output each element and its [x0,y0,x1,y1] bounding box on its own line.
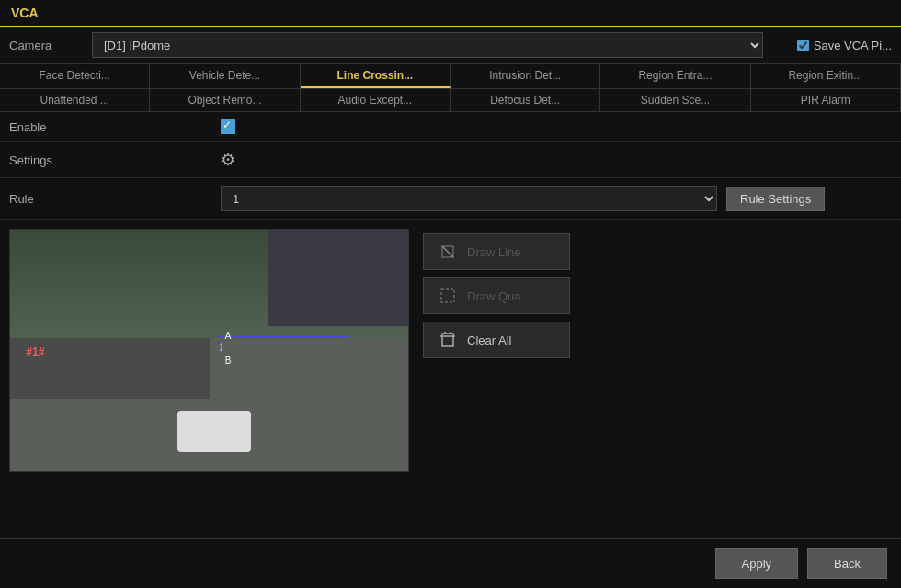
camera-preview: #1# A B ↕ [9,229,409,472]
camera-label: Camera [9,39,83,52]
tab-row2-5[interactable]: PIR Alarm [751,89,901,111]
tab-row1-3[interactable]: Intrusion Det... [450,64,600,88]
back-button[interactable]: Back [807,548,887,579]
enable-label: Enable [9,120,221,134]
camera-select[interactable]: [D1] IPdome [92,32,763,58]
save-vca-checkbox[interactable] [797,40,809,51]
page-title: VCA [0,0,901,27]
action-button-draw-line: Draw Line [423,233,570,270]
tab-row2-2[interactable]: Audio Except... [301,89,450,111]
building [268,230,408,326]
action-label: Draw Qua... [467,289,530,303]
svg-line-1 [442,246,453,257]
action-button-clear-all[interactable]: Clear All [423,322,570,358]
crossing-line-b [121,356,309,356]
tab-row1-1[interactable]: Vehicle Dete... [150,64,300,88]
tab-row1-5[interactable]: Region Exitin... [751,64,901,88]
tab-row2-0[interactable]: Unattended ... [0,89,150,111]
pencil-icon [438,242,458,262]
apply-button[interactable]: Apply [715,548,799,579]
tab-row2-4[interactable]: Sudden Sce... [600,89,750,111]
rule-select[interactable]: 1 [221,186,717,211]
rule-label: Rule [9,192,221,206]
svg-rect-2 [441,289,454,302]
action-label: Clear All [467,334,511,347]
save-vca-label: Save VCA Pi... [814,39,892,52]
tab-row2-3[interactable]: Defocus Det... [450,89,600,111]
tabs-row-1: Face Detecti...Vehicle Dete...Line Cross… [0,64,901,89]
rule-row: Rule 1 Rule Settings [0,178,901,220]
settings-gear-icon[interactable] [221,150,235,170]
point-a-label: A [225,331,232,341]
action-button-draw-qua...: Draw Qua... [423,277,570,314]
car [177,411,251,452]
direction-arrow: ↕ [217,338,224,355]
bottom-bar: Apply Back [0,538,901,588]
rule-settings-button[interactable]: Rule Settings [726,187,825,211]
main-area: #1# A B ↕ Draw LineDraw Qua...Clear All [0,220,901,538]
tab-row1-4[interactable]: Region Entra... [600,64,750,88]
vca-page: VCA Camera [D1] IPdome Save VCA Pi... Fa… [0,0,901,588]
action-label: Draw Line [467,245,521,259]
action-buttons-panel: Draw LineDraw Qua...Clear All [423,229,570,529]
crossing-line-a [217,336,348,337]
settings-label: Settings [9,153,221,167]
point-b-label: B [225,356,232,366]
settings-row: Settings [0,142,901,178]
save-vca-section: Save VCA Pi... [772,39,892,52]
tab-row2-1[interactable]: Object Remo... [150,89,300,111]
enable-checkbox[interactable] [221,119,235,134]
svg-rect-3 [442,334,453,346]
draw-quad-icon [438,286,458,306]
tabs-row-2: Unattended ...Object Remo...Audio Except… [0,89,901,112]
clear-icon [438,330,458,350]
tab-row1-0[interactable]: Face Detecti... [0,64,150,88]
rule-label-marker: #1# [26,345,44,358]
enable-row: Enable [0,112,901,142]
camera-row: Camera [D1] IPdome Save VCA Pi... [0,27,901,64]
tab-row1-2[interactable]: Line Crossin... [301,64,450,88]
